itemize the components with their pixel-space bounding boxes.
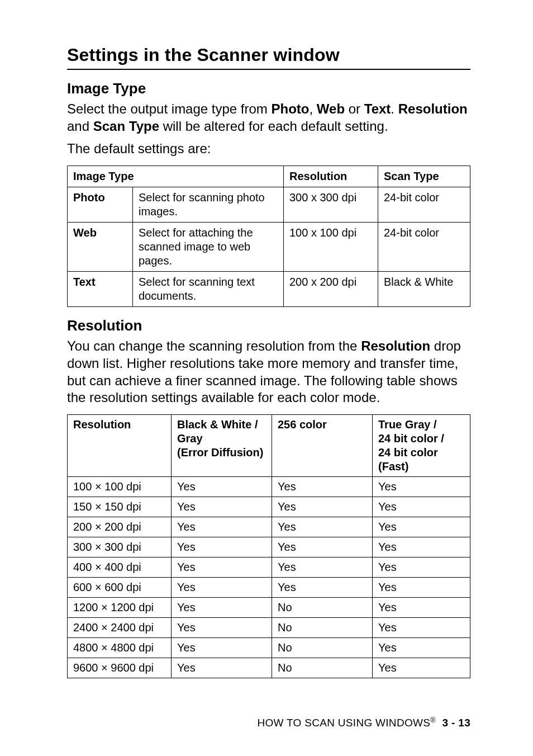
header-image-type: Image Type (68, 166, 284, 187)
cell-tg: Yes (373, 598, 470, 618)
cell-tg: Yes (373, 578, 470, 598)
table-row: 300 × 300 dpi Yes Yes Yes (68, 537, 470, 557)
bold-resolution: Resolution (361, 338, 430, 353)
cell-tg: Yes (373, 517, 470, 537)
cell-bw: Yes (172, 638, 272, 658)
defaults-line: The default settings are: (67, 140, 470, 158)
cell-256: Yes (272, 578, 373, 598)
cell-256: No (272, 658, 373, 678)
cell-bw: Yes (172, 578, 272, 598)
cell-256: Yes (272, 557, 373, 578)
cell-res: 2400 × 2400 dpi (68, 618, 172, 638)
cell-bw: Yes (172, 537, 272, 557)
cell-tg: Yes (373, 537, 470, 557)
table-row: 400 × 400 dpi Yes Yes Yes (68, 557, 470, 578)
cell-res: 100 x 100 dpi (284, 223, 378, 272)
cell-res: 200 x 200 dpi (284, 272, 378, 307)
cell-desc: Select for attaching the scanned image t… (133, 223, 284, 272)
cell-bw: Yes (172, 517, 272, 537)
cell-bw: Yes (172, 618, 272, 638)
cell-res: 600 × 600 dpi (68, 578, 172, 598)
image-type-intro: Select the output image type from Photo,… (67, 101, 470, 135)
cell-res: 150 × 150 dpi (68, 497, 172, 517)
cell-256: Yes (272, 497, 373, 517)
resolution-table: Resolution Black & White / Gray (Error D… (67, 414, 470, 678)
table-row: Photo Select for scanning photo images. … (68, 187, 470, 223)
section-title: Settings in the Scanner window (67, 45, 470, 70)
cell-res: 1200 × 1200 dpi (68, 598, 172, 618)
table-row: 2400 × 2400 dpi Yes No Yes (68, 618, 470, 638)
bold-text: Text (364, 101, 391, 116)
cell-res: 300 × 300 dpi (68, 537, 172, 557)
cell-256: Yes (272, 537, 373, 557)
bold-resolution: Resolution (398, 101, 468, 116)
registered-icon: ® (430, 716, 435, 724)
cell-scan: 24-bit color (378, 223, 470, 272)
cell-256: Yes (272, 517, 373, 537)
cell-bw: Yes (172, 658, 272, 678)
cell-tg: Yes (373, 658, 470, 678)
bold-scan-type: Scan Type (93, 119, 159, 134)
cell-tg: Yes (373, 557, 470, 578)
cell-res: 100 × 100 dpi (68, 477, 172, 497)
header-resolution: Resolution (68, 415, 172, 477)
table-header-row: Resolution Black & White / Gray (Error D… (68, 415, 470, 477)
cell-tg: Yes (373, 618, 470, 638)
header-truegray: True Gray / 24 bit color / 24 bit color … (373, 415, 470, 477)
page-footer: HOW TO SCAN USING WINDOWS®3 - 13 (257, 716, 470, 729)
cell-bw: Yes (172, 477, 272, 497)
table-row: 1200 × 1200 dpi Yes No Yes (68, 598, 470, 618)
cell-desc: Select for scanning text documents. (133, 272, 284, 307)
header-256: 256 color (272, 415, 373, 477)
table-row: 600 × 600 dpi Yes Yes Yes (68, 578, 470, 598)
text-span: You can change the scanning resolution f… (67, 338, 361, 353)
table-row: 150 × 150 dpi Yes Yes Yes (68, 497, 470, 517)
cell-type: Web (68, 223, 133, 272)
cell-scan: 24-bit color (378, 187, 470, 223)
header-resolution: Resolution (284, 166, 378, 187)
header-scan-type: Scan Type (378, 166, 470, 187)
footer-text: HOW TO SCAN USING WINDOWS (257, 717, 430, 729)
text-span: Select the output image type from (67, 101, 272, 116)
page-number: 3 - 13 (442, 717, 470, 729)
cell-res: 4800 × 4800 dpi (68, 638, 172, 658)
table-row: 100 × 100 dpi Yes Yes Yes (68, 477, 470, 497)
cell-tg: Yes (373, 477, 470, 497)
cell-256: No (272, 598, 373, 618)
cell-type: Text (68, 272, 133, 307)
table-row: 200 × 200 dpi Yes Yes Yes (68, 517, 470, 537)
cell-scan: Black & White (378, 272, 470, 307)
cell-res: 300 x 300 dpi (284, 187, 378, 223)
cell-bw: Yes (172, 497, 272, 517)
document-page: Settings in the Scanner window Image Typ… (0, 0, 533, 756)
table-row: 9600 × 9600 dpi Yes No Yes (68, 658, 470, 678)
cell-type: Photo (68, 187, 133, 223)
table-row: Text Select for scanning text documents.… (68, 272, 470, 307)
cell-tg: Yes (373, 497, 470, 517)
header-bw: Black & White / Gray (Error Diffusion) (172, 415, 272, 477)
cell-tg: Yes (373, 638, 470, 658)
table-row: Web Select for attaching the scanned ima… (68, 223, 470, 272)
cell-bw: Yes (172, 557, 272, 578)
text-span: will be altered for each default setting… (159, 119, 388, 134)
text-span: , (310, 101, 317, 116)
text-span: or (345, 101, 364, 116)
cell-res: 200 × 200 dpi (68, 517, 172, 537)
resolution-heading: Resolution (67, 317, 470, 334)
bold-web: Web (317, 101, 345, 116)
cell-desc: Select for scanning photo images. (133, 187, 284, 223)
text-span: . (391, 101, 398, 116)
cell-256: No (272, 638, 373, 658)
table-header-row: Image Type Resolution Scan Type (68, 166, 470, 187)
image-type-heading: Image Type (67, 80, 470, 97)
cell-bw: Yes (172, 598, 272, 618)
text-span: and (67, 119, 93, 134)
image-type-table: Image Type Resolution Scan Type Photo Se… (67, 166, 470, 307)
cell-256: No (272, 618, 373, 638)
cell-256: Yes (272, 477, 373, 497)
cell-res: 400 × 400 dpi (68, 557, 172, 578)
bold-photo: Photo (272, 101, 310, 116)
table-row: 4800 × 4800 dpi Yes No Yes (68, 638, 470, 658)
cell-res: 9600 × 9600 dpi (68, 658, 172, 678)
resolution-intro: You can change the scanning resolution f… (67, 338, 470, 407)
